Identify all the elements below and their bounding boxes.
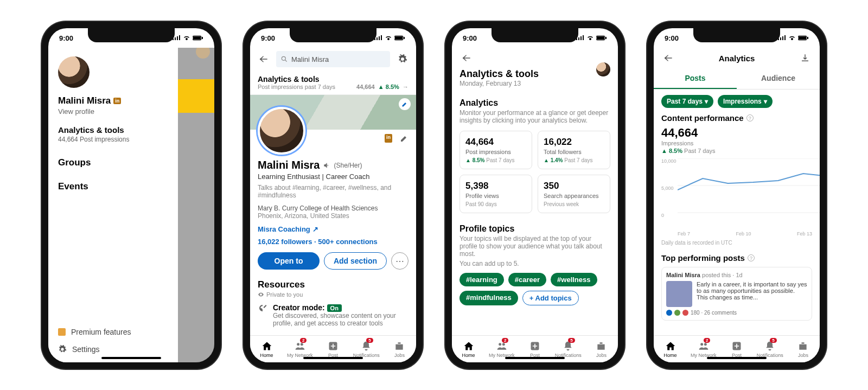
nav-home[interactable]: Home xyxy=(654,336,687,362)
creator-mode-row[interactable]: Creator mode: On Get discovered, showcas… xyxy=(258,303,409,327)
follower-stats[interactable]: 16,022 followers · 500+ connections xyxy=(258,238,409,246)
svg-rect-5 xyxy=(404,37,405,39)
premium-features-link[interactable]: Premium features xyxy=(58,328,168,336)
back-icon[interactable] xyxy=(661,51,675,65)
nav-jobs[interactable]: Jobs xyxy=(787,336,820,362)
open-to-button[interactable]: Open to xyxy=(258,252,320,270)
status-icons xyxy=(374,35,405,41)
headline: Learning Enthusiast | Career Coach xyxy=(258,172,409,181)
arrow-right-icon: → xyxy=(403,84,409,90)
premium-icon xyxy=(58,328,66,336)
back-icon[interactable] xyxy=(459,51,474,65)
stat-card[interactable]: 5,398Profile viewsPast 90 days xyxy=(459,175,532,213)
stat-card[interactable]: 44,664Post impressions▲ 8.5% Past 7 days xyxy=(459,131,532,169)
clock: 9:00 xyxy=(59,34,73,42)
content-performance-heading: Content performance xyxy=(661,113,744,123)
page-date: Monday, February 13 xyxy=(459,80,539,87)
menu-groups[interactable]: Groups xyxy=(58,157,168,168)
svg-rect-1 xyxy=(193,36,201,40)
profile-banner[interactable] xyxy=(250,95,416,130)
avatar[interactable] xyxy=(58,56,90,88)
reactions-row: 180 · 26 comments xyxy=(666,310,807,316)
svg-rect-4 xyxy=(395,36,403,40)
svg-point-14 xyxy=(502,343,505,346)
edit-pencil-icon[interactable] xyxy=(400,134,409,143)
linkedin-badge-icon: in xyxy=(113,98,121,104)
search-input[interactable]: Malini Misra xyxy=(276,51,390,67)
stat-card[interactable]: 350Search appearancesPrevious week xyxy=(538,175,610,213)
topic-chip[interactable]: #mindfulness xyxy=(459,291,518,305)
feed-dimmed-background[interactable] xyxy=(178,48,214,362)
speaker-icon[interactable] xyxy=(323,162,330,169)
status-icons xyxy=(576,35,607,41)
settings-gear-icon[interactable] xyxy=(395,52,410,66)
page-title: Analytics xyxy=(719,54,755,63)
more-button[interactable]: ⋯ xyxy=(391,252,409,270)
clock: 9:00 xyxy=(665,34,679,42)
line-chart: 10,000 5,000 0 xyxy=(661,158,812,229)
nav-home[interactable]: Home xyxy=(250,336,283,362)
tab-audience[interactable]: Audience xyxy=(737,68,820,89)
love-icon xyxy=(682,310,688,316)
like-icon xyxy=(666,310,672,316)
utc-note: Daily data is recorded in UTC xyxy=(661,240,812,246)
svg-point-7 xyxy=(297,343,299,346)
topic-chip[interactable]: #wellness xyxy=(551,273,597,286)
menu-events[interactable]: Events xyxy=(58,181,168,192)
svg-rect-2 xyxy=(202,37,203,39)
settings-link[interactable]: Settings xyxy=(58,345,168,354)
chevron-down-icon: ▾ xyxy=(705,98,708,105)
home-indicator xyxy=(707,357,767,359)
analytics-heading: Analytics xyxy=(459,98,610,108)
gear-icon xyxy=(58,345,67,354)
home-indicator xyxy=(505,357,565,359)
creator-on-badge: On xyxy=(327,304,342,312)
profile-topics-heading: Profile topics xyxy=(459,224,610,234)
private-label: Private to you xyxy=(258,291,409,298)
education: Mary B. Curry College of Health Sciences xyxy=(258,204,409,212)
svg-rect-11 xyxy=(597,36,604,40)
svg-point-22 xyxy=(700,343,703,346)
satellite-icon xyxy=(258,303,267,327)
add-topics-button[interactable]: + Add topics xyxy=(522,291,579,305)
svg-point-6 xyxy=(282,56,285,60)
page-title: Analytics & tools xyxy=(459,68,539,80)
svg-point-23 xyxy=(704,343,707,346)
eye-icon xyxy=(258,291,264,298)
profile-name[interactable]: Malini Misra in xyxy=(58,95,168,106)
analytics-strip[interactable]: Analytics & tools Post impressions past … xyxy=(250,71,416,95)
view-profile-link[interactable]: View profile xyxy=(58,107,168,116)
help-icon[interactable]: ? xyxy=(746,114,754,122)
nav-home[interactable]: Home xyxy=(452,336,485,362)
topic-chip[interactable]: #learning xyxy=(459,273,504,286)
filter-date[interactable]: Past 7 days ▾ xyxy=(661,95,713,108)
help-icon[interactable]: ? xyxy=(748,254,755,261)
back-icon[interactable] xyxy=(257,52,271,66)
top-post-card[interactable]: Malini Misra posted this · 1d Early in a… xyxy=(661,267,812,321)
talks-about: Talks about #learning, #career, #wellnes… xyxy=(258,184,409,199)
analytics-tools-link[interactable]: Analytics & tools 44,664 Post impression… xyxy=(58,125,168,143)
edit-banner-icon[interactable] xyxy=(399,98,411,110)
impressions-number: 44,664 xyxy=(661,126,812,140)
badge: 2 xyxy=(300,338,307,343)
website-link[interactable]: Misra Coaching ↗ xyxy=(258,225,409,233)
svg-point-13 xyxy=(499,343,501,346)
tab-posts[interactable]: Posts xyxy=(654,68,737,89)
nav-jobs[interactable]: Jobs xyxy=(383,336,416,362)
topic-chip[interactable]: #career xyxy=(508,273,546,286)
stat-card[interactable]: 16,022Total followers▲ 1.4% Past 7 days xyxy=(538,131,610,169)
download-icon[interactable] xyxy=(798,51,812,65)
avatar[interactable] xyxy=(596,62,610,76)
status-icons xyxy=(777,35,809,41)
filter-metric[interactable]: Impressions ▾ xyxy=(718,95,773,108)
analytics-sub: Monitor your performance at a glance or … xyxy=(459,109,610,124)
svg-rect-18 xyxy=(807,37,808,39)
resources-heading: Resources xyxy=(258,279,409,290)
profile-photo[interactable] xyxy=(258,107,305,155)
top-posts-heading: Top performing posts xyxy=(661,253,745,263)
svg-point-8 xyxy=(301,343,303,346)
post-thumbnail xyxy=(666,281,692,307)
nav-jobs[interactable]: Jobs xyxy=(585,336,618,362)
add-section-button[interactable]: Add section xyxy=(324,252,387,270)
badge: 5 xyxy=(366,338,373,343)
